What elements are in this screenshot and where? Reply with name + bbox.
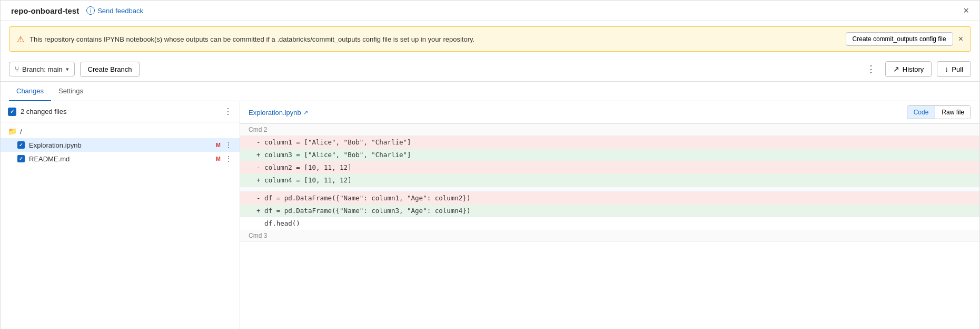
history-label: History [903, 65, 924, 73]
branch-icon: ⑂ [15, 65, 19, 73]
changed-files-more-icon[interactable]: ⋮ [224, 107, 232, 117]
chevron-down-icon: ▾ [66, 66, 69, 73]
diff-line-content: + df = pd.DataFrame({"Name": column3, "A… [240, 205, 979, 217]
file-row-exploration[interactable]: Exploration.ipynb M ⋮ [1, 138, 240, 152]
file-link[interactable]: Exploration.ipynb ↗ [249, 109, 308, 117]
file-checkbox-exploration[interactable] [17, 141, 25, 149]
alert-icon: ⚠ [17, 34, 24, 44]
file-more-icon-exploration[interactable]: ⋮ [225, 141, 232, 149]
more-options-icon[interactable]: ⋮ [862, 62, 880, 76]
file-checkbox-readme[interactable] [17, 155, 25, 162]
branch-selector[interactable]: ⑂ Branch: main ▾ [9, 62, 75, 76]
alert-banner: ⚠ This repository contains IPYNB noteboo… [9, 26, 971, 52]
close-icon[interactable]: × [963, 6, 969, 15]
code-view-button[interactable]: Code [907, 106, 936, 119]
folder-row: 📁 / [1, 124, 240, 138]
alert-close-icon[interactable]: × [958, 34, 963, 44]
diff-line-content: - df = pd.DataFrame({"Name": column1, "A… [240, 192, 979, 205]
file-link-name: Exploration.ipynb [249, 109, 301, 117]
pull-button[interactable]: ↓ Pull [937, 61, 971, 77]
tab-settings[interactable]: Settings [51, 82, 91, 101]
file-header: Exploration.ipynb ↗ Code Raw file [240, 101, 979, 124]
diff-line-content: + column4 = [10, 11, 12] [240, 174, 979, 187]
file-tree: 📁 / Exploration.ipynb M ⋮ README.md M ⋮ [1, 122, 240, 329]
diff-line: df.head() [240, 217, 979, 230]
send-feedback-label: Send feedback [97, 7, 143, 15]
diff-line-content: + column3 = ["Alice", "Bob", "Charlie"] [240, 149, 979, 161]
tab-changes[interactable]: Changes [9, 82, 51, 101]
folder-name: / [20, 128, 22, 136]
main-content: 2 changed files ⋮ 📁 / Exploration.ipynb … [1, 101, 979, 329]
branch-label: Branch: main [22, 65, 63, 73]
repo-title: repo-onboard-test [11, 6, 79, 15]
file-badge-exploration: M [216, 142, 221, 148]
file-name-exploration: Exploration.ipynb [29, 141, 212, 149]
toolbar: ⑂ Branch: main ▾ Create Branch ⋮ ↗ Histo… [1, 57, 979, 82]
file-row-readme[interactable]: README.md M ⋮ [1, 152, 240, 166]
feedback-icon: i [86, 6, 95, 15]
file-badge-readme: M [216, 156, 221, 162]
folder-icon: 📁 [8, 127, 17, 136]
select-all-checkbox[interactable] [8, 108, 16, 116]
tab-settings-label: Settings [58, 87, 83, 95]
diff-area: Cmd 2 - column1 = ["Alice", "Bob", "Char… [240, 124, 979, 329]
tab-changes-label: Changes [16, 87, 44, 95]
diff-line: + column3 = ["Alice", "Bob", "Charlie"] [240, 149, 979, 161]
view-toggle: Code Raw file [907, 105, 971, 119]
changed-files-count: 2 changed files [21, 108, 220, 115]
cmd2-label: Cmd 2 [240, 124, 979, 136]
pull-icon: ↓ [945, 65, 948, 73]
create-config-button[interactable]: Create commit_outputs config file [846, 32, 953, 46]
tabs-bar: Changes Settings [1, 82, 979, 101]
diff-line-content: df.head() [240, 217, 979, 230]
create-branch-button[interactable]: Create Branch [80, 62, 140, 77]
file-more-icon-readme[interactable]: ⋮ [225, 154, 232, 163]
diff-line: - column1 = ["Alice", "Bob", "Charlie"] [240, 136, 979, 149]
raw-file-view-button[interactable]: Raw file [935, 106, 971, 119]
cmd3-label: Cmd 3 [240, 230, 979, 242]
external-link-icon: ↗ [303, 109, 308, 116]
send-feedback-link[interactable]: i Send feedback [86, 6, 143, 15]
file-name-readme: README.md [29, 155, 212, 163]
changed-files-header: 2 changed files ⋮ [1, 101, 240, 122]
diff-line: - df = pd.DataFrame({"Name": column1, "A… [240, 192, 979, 205]
history-button[interactable]: ↗ History [885, 61, 932, 77]
diff-line-content: - column1 = ["Alice", "Bob", "Charlie"] [240, 136, 979, 149]
diff-line-content: - column2 = [10, 11, 12] [240, 161, 979, 174]
diff-line: + df = pd.DataFrame({"Name": column3, "A… [240, 205, 979, 217]
diff-separator [240, 187, 979, 192]
history-icon: ↗ [893, 65, 899, 73]
diff-line: + column4 = [10, 11, 12] [240, 174, 979, 187]
diff-line-empty [240, 242, 979, 255]
alert-text: This repository contains IPYNB notebook(… [29, 35, 837, 43]
left-panel: 2 changed files ⋮ 📁 / Exploration.ipynb … [1, 101, 240, 329]
diff-line-content-empty [240, 242, 979, 255]
pull-label: Pull [952, 65, 963, 73]
header: repo-onboard-test i Send feedback × [1, 1, 979, 21]
diff-block-cmd2: - column1 = ["Alice", "Bob", "Charlie"] … [240, 136, 979, 230]
diff-line: - column2 = [10, 11, 12] [240, 161, 979, 174]
right-panel: Exploration.ipynb ↗ Code Raw file Cmd 2 … [240, 101, 979, 329]
